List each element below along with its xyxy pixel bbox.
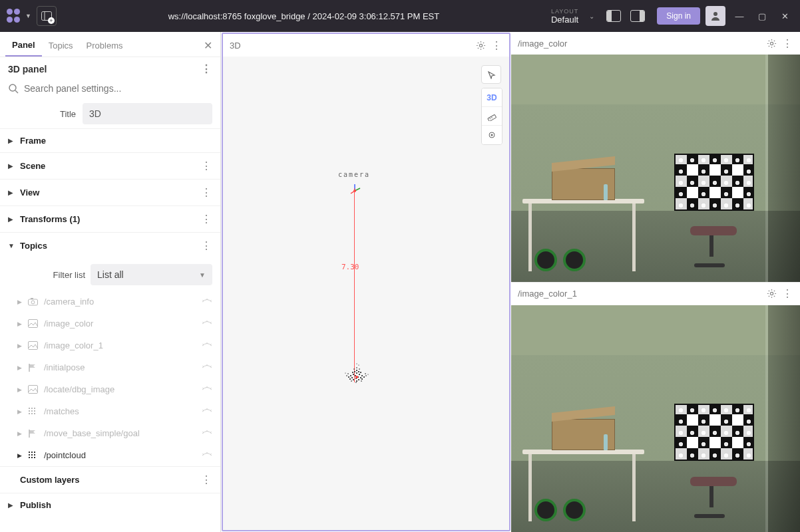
panel-image-color: /image_color ⋮ bbox=[511, 32, 800, 283]
svg-point-99 bbox=[361, 380, 362, 382]
svg-point-82 bbox=[354, 371, 355, 372]
caret-right-icon: ▶ bbox=[8, 501, 15, 509]
panel-image-color-1: /image_color_1 ⋮ bbox=[511, 283, 800, 533]
gear-icon[interactable] bbox=[476, 41, 486, 51]
title-field-input[interactable] bbox=[83, 103, 212, 124]
svg-point-72 bbox=[351, 377, 353, 378]
topic-row[interactable]: ▶/image_color_1 bbox=[0, 334, 220, 356]
plus-icon: + bbox=[48, 17, 55, 24]
svg-rect-51 bbox=[34, 457, 35, 458]
more-icon[interactable]: ⋮ bbox=[201, 473, 212, 486]
visibility-toggle[interactable] bbox=[202, 408, 212, 415]
caret-right-icon: ▶ bbox=[8, 162, 15, 170]
section-scene[interactable]: ▶ Scene ⋮ bbox=[0, 152, 220, 179]
more-icon[interactable]: ⋮ bbox=[201, 160, 212, 172]
search-icon bbox=[8, 83, 19, 94]
search-input[interactable] bbox=[24, 83, 212, 94]
topic-row[interactable]: ▶/camera_info bbox=[0, 291, 220, 313]
svg-point-68 bbox=[350, 375, 351, 376]
image-viewport[interactable] bbox=[511, 305, 800, 533]
svg-rect-32 bbox=[34, 410, 35, 412]
svg-point-74 bbox=[348, 376, 349, 378]
visibility-toggle[interactable] bbox=[202, 430, 212, 437]
section-view[interactable]: ▶ View ⋮ bbox=[0, 179, 220, 205]
svg-point-77 bbox=[353, 379, 354, 380]
more-icon[interactable]: ⋮ bbox=[782, 37, 793, 50]
gear-icon[interactable] bbox=[767, 39, 777, 49]
3d-mode-button[interactable]: 3D bbox=[482, 88, 502, 107]
close-icon[interactable]: ✕ bbox=[201, 37, 215, 55]
tab-problems[interactable]: Problems bbox=[80, 35, 130, 56]
svg-rect-33 bbox=[29, 413, 30, 414]
chevron-down-icon[interactable]: ⌄ bbox=[589, 13, 594, 20]
panel-settings-title: 3D panel bbox=[8, 64, 47, 74]
panel-3d: 3D ⋮ 3D bbox=[222, 33, 510, 531]
layout-selector[interactable]: LAYOUT Default bbox=[551, 8, 578, 25]
section-custom-layers[interactable]: Custom layers ⋮ bbox=[0, 466, 220, 493]
image-icon bbox=[28, 319, 39, 328]
topic-row[interactable]: ▶/initialpose bbox=[0, 356, 220, 378]
visibility-toggle[interactable] bbox=[202, 299, 212, 305]
caret-right-icon: ▶ bbox=[17, 408, 23, 415]
visibility-toggle[interactable] bbox=[202, 386, 212, 393]
section-topics[interactable]: ▼ Topics ⋮ bbox=[0, 232, 220, 259]
filter-select[interactable]: List all ▼ bbox=[91, 264, 212, 285]
grid-icon bbox=[28, 407, 39, 416]
section-publish[interactable]: ▶ Publish bbox=[0, 493, 220, 517]
topic-row[interactable]: ▶/matches bbox=[0, 400, 220, 422]
gear-icon[interactable] bbox=[767, 289, 777, 299]
section-transforms[interactable]: ▶ Transforms (1) ⋮ bbox=[0, 205, 220, 232]
topic-row[interactable]: ▶/image_color bbox=[0, 313, 220, 334]
more-icon[interactable]: ⋮ bbox=[201, 213, 212, 225]
visibility-toggle[interactable] bbox=[202, 452, 212, 459]
svg-line-58 bbox=[492, 117, 493, 118]
user-menu-button[interactable] bbox=[705, 6, 725, 26]
more-icon[interactable]: ⋮ bbox=[201, 239, 212, 252]
add-panel-button[interactable]: + bbox=[37, 6, 57, 26]
3d-viewport[interactable]: 3D camera bbox=[223, 57, 509, 530]
cursor-tool-button[interactable] bbox=[481, 65, 501, 84]
caret-right-icon: ▶ bbox=[17, 299, 23, 305]
svg-point-102 bbox=[770, 42, 773, 45]
image-viewport[interactable] bbox=[511, 55, 800, 282]
svg-point-55 bbox=[479, 44, 482, 47]
svg-rect-27 bbox=[29, 408, 30, 409]
right-sidebar-toggle[interactable] bbox=[630, 10, 645, 22]
more-icon[interactable]: ⋮ bbox=[782, 287, 793, 300]
more-icon[interactable]: ⋮ bbox=[491, 39, 502, 52]
topic-name: /image_color_1 bbox=[44, 340, 196, 350]
visibility-toggle[interactable] bbox=[202, 321, 212, 327]
image-icon bbox=[28, 385, 39, 394]
workspace: 3D ⋮ 3D bbox=[221, 32, 800, 532]
title-field-label: Title bbox=[8, 109, 76, 119]
svg-point-87 bbox=[346, 375, 347, 376]
window-minimize-button[interactable]: — bbox=[731, 11, 748, 21]
more-icon[interactable]: ⋮ bbox=[201, 63, 212, 75]
tab-topics[interactable]: Topics bbox=[42, 35, 80, 56]
caret-right-icon: ▶ bbox=[17, 321, 23, 327]
signin-button[interactable]: Sign in bbox=[657, 7, 700, 25]
svg-line-57 bbox=[490, 118, 491, 119]
window-maximize-button[interactable]: ▢ bbox=[753, 11, 771, 21]
svg-point-90 bbox=[353, 368, 355, 370]
topic-row[interactable]: ▶/pointcloud bbox=[0, 444, 220, 466]
visibility-toggle[interactable] bbox=[202, 364, 212, 371]
measure-tool-button[interactable] bbox=[482, 107, 502, 126]
svg-line-4 bbox=[15, 90, 18, 93]
svg-point-60 bbox=[491, 134, 493, 136]
section-frame[interactable]: ▶ Frame bbox=[0, 128, 220, 152]
svg-point-86 bbox=[360, 372, 361, 373]
app-logo[interactable]: ▼ bbox=[7, 9, 31, 23]
camera-icon bbox=[28, 297, 39, 306]
tab-panel[interactable]: Panel bbox=[5, 35, 42, 57]
svg-point-3 bbox=[9, 84, 16, 91]
more-icon[interactable]: ⋮ bbox=[201, 186, 212, 199]
visibility-toggle[interactable] bbox=[202, 342, 212, 349]
recenter-button[interactable] bbox=[482, 126, 502, 144]
window-close-button[interactable]: ✕ bbox=[776, 11, 793, 21]
flag-icon bbox=[28, 429, 39, 438]
left-sidebar-toggle[interactable] bbox=[606, 10, 621, 22]
topic-row[interactable]: ▶/move_base_simple/goal bbox=[0, 422, 220, 444]
caret-right-icon: ▶ bbox=[8, 189, 15, 196]
topic-row[interactable]: ▶/locate/dbg_image bbox=[0, 378, 220, 400]
